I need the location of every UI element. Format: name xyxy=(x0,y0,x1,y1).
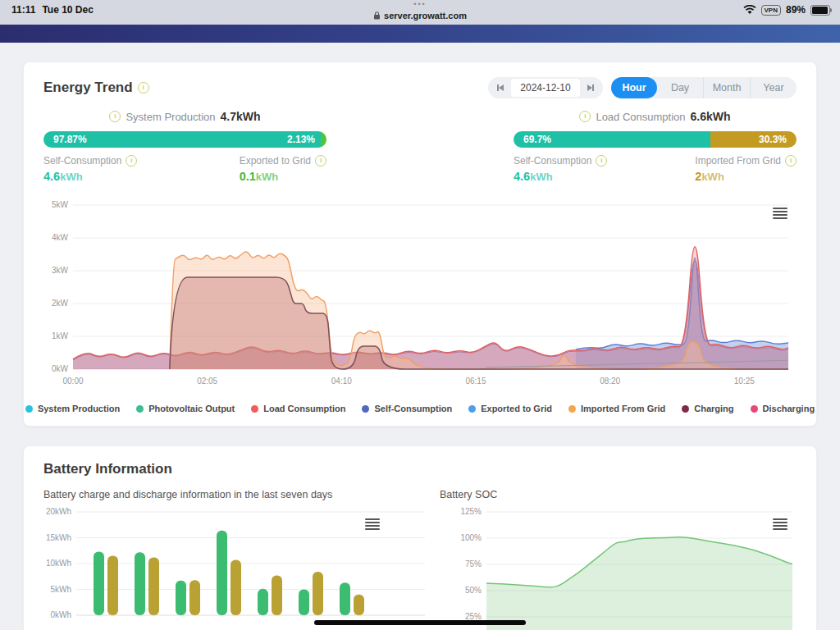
info-icon[interactable]: i xyxy=(126,155,137,167)
svg-text:50%: 50% xyxy=(465,586,482,595)
svg-text:06:15: 06:15 xyxy=(465,377,486,386)
info-icon[interactable]: i xyxy=(138,82,149,94)
tab-day[interactable]: Day xyxy=(657,77,704,98)
battery-charge-discharge-chart: Battery charge and discharge information… xyxy=(43,489,429,630)
consumption-split-bar: 69.7% 30.3% xyxy=(514,131,797,148)
svg-text:2kW: 2kW xyxy=(52,299,69,308)
system-production-value: 4.7 xyxy=(221,110,236,123)
bar-main-pct: 97.87% xyxy=(53,134,87,145)
info-icon[interactable]: i xyxy=(109,111,121,122)
energy-trend-title: Energy Trend i xyxy=(43,80,149,96)
tab-month[interactable]: Month xyxy=(704,77,751,98)
svg-text:15kWh: 15kWh xyxy=(46,533,71,542)
svg-text:20kWh: 20kWh xyxy=(46,507,71,516)
legend-charging[interactable]: Charging xyxy=(682,404,733,413)
load-consumption-label: Load Consumption xyxy=(596,111,685,123)
svg-text:5kWh: 5kWh xyxy=(50,585,71,594)
legend-photovoltaic-output[interactable]: Photovoltaic Output xyxy=(136,404,235,413)
legend-exported-to-grid[interactable]: Exported to Grid xyxy=(468,404,552,413)
system-production-label: System Production xyxy=(126,111,215,123)
battery-bars-subtitle: Battery charge and discharge information… xyxy=(43,489,429,500)
load-consumption-panel: i Load Consumption 6.6kWh 69.7% 30.3% Se… xyxy=(514,110,797,183)
svg-text:125%: 125% xyxy=(460,507,482,516)
production-split-bar: 97.87% 2.13% xyxy=(43,131,326,148)
svg-text:04:10: 04:10 xyxy=(331,377,352,386)
vpn-badge: VPN xyxy=(761,5,781,16)
chart-menu-icon[interactable] xyxy=(773,518,788,530)
date-picker: 2024-12-10 xyxy=(488,77,603,98)
bar-secondary-pct: 2.13% xyxy=(287,134,315,145)
info-icon[interactable]: i xyxy=(315,155,326,167)
legend-self-consumption[interactable]: Self-Consumption xyxy=(362,404,452,413)
info-icon[interactable]: i xyxy=(579,111,591,122)
legend-discharging[interactable]: Discharging xyxy=(751,404,815,413)
battery-icon xyxy=(810,5,830,16)
svg-text:0kW: 0kW xyxy=(52,364,69,373)
date-value[interactable]: 2024-12-10 xyxy=(511,79,580,97)
energy-trend-card: Energy Trend i 2024-12-10 Hour Day Month… xyxy=(23,62,817,427)
date-next-button[interactable] xyxy=(580,77,601,98)
site-navbar xyxy=(0,25,840,43)
legend-dot xyxy=(568,405,576,413)
energy-chart-legend: System Production Photovoltaic Output Lo… xyxy=(24,404,816,413)
svg-text:3kW: 3kW xyxy=(52,266,69,275)
legend-dot xyxy=(362,405,369,413)
chart-menu-icon[interactable] xyxy=(365,518,380,530)
legend-dot xyxy=(682,405,689,413)
exported-to-grid-stat: Exported to Gridi 0.1kWh xyxy=(240,155,326,183)
imported-from-grid-stat: Imported From Gridi 2kWh xyxy=(695,155,797,183)
svg-text:100%: 100% xyxy=(460,533,482,542)
tab-overview-button[interactable]: ••• xyxy=(0,0,840,8)
battery-soc-chart: Battery SOC 125%100%75%50%25% xyxy=(440,489,797,630)
self-consumption-stat: Self-Consumptioni 4.6kWh xyxy=(514,155,607,183)
battery-information-title: Battery Information xyxy=(43,461,172,477)
svg-text:1kW: 1kW xyxy=(52,331,69,340)
wifi-icon xyxy=(743,5,756,15)
svg-text:00:00: 00:00 xyxy=(62,377,83,386)
svg-text:02:05: 02:05 xyxy=(197,377,217,386)
legend-load-consumption[interactable]: Load Consumption xyxy=(251,404,345,413)
svg-text:5kW: 5kW xyxy=(52,200,69,209)
legend-dot xyxy=(251,405,258,413)
tab-year[interactable]: Year xyxy=(751,77,797,98)
chevron-left-icon xyxy=(499,84,504,91)
battery-soc-subtitle: Battery SOC xyxy=(440,489,797,500)
bar-main-pct: 69.7% xyxy=(523,134,551,145)
legend-dot xyxy=(468,405,476,413)
legend-dot xyxy=(136,405,144,413)
legend-dot xyxy=(751,405,758,413)
svg-text:0kWh: 0kWh xyxy=(50,610,71,619)
status-bar: 11:11 Tue 10 Dec ••• server.growatt.com … xyxy=(0,0,840,25)
load-consumption-value: 6.6 xyxy=(691,110,706,123)
date-prev-button[interactable] xyxy=(490,77,511,98)
battery-percent: 89% xyxy=(786,4,806,16)
energy-trend-chart: 0kW1kW2kW3kW4kW5kW00:0002:0504:1006:1508… xyxy=(43,194,798,404)
info-icon[interactable]: i xyxy=(596,155,607,167)
chart-menu-icon[interactable] xyxy=(773,208,788,219)
legend-dot xyxy=(25,405,33,413)
info-icon[interactable]: i xyxy=(785,155,797,167)
svg-text:4kW: 4kW xyxy=(52,233,69,242)
legend-system-production[interactable]: System Production xyxy=(25,404,120,413)
svg-text:10:25: 10:25 xyxy=(734,377,755,386)
svg-text:75%: 75% xyxy=(465,559,482,568)
lock-icon xyxy=(373,11,381,20)
address-bar[interactable]: server.growatt.com xyxy=(373,11,467,21)
self-consumption-stat: Self-Consumptioni 4.6kWh xyxy=(43,155,137,183)
tab-hour[interactable]: Hour xyxy=(611,77,657,98)
system-production-panel: i System Production 4.7kWh 97.87% 2.13% … xyxy=(43,110,326,183)
exported-segment xyxy=(321,131,326,148)
svg-text:10kWh: 10kWh xyxy=(46,559,71,568)
legend-imported-from-grid[interactable]: Imported From Grid xyxy=(568,404,665,413)
battery-information-card: Battery Information Battery charge and d… xyxy=(23,445,817,630)
address-url: server.growatt.com xyxy=(384,11,467,21)
home-indicator[interactable] xyxy=(314,620,526,625)
range-tabs: Hour Day Month Year xyxy=(611,77,797,98)
energy-trend-title-text: Energy Trend xyxy=(43,80,133,96)
bar-secondary-pct: 30.3% xyxy=(759,134,787,145)
svg-text:08:20: 08:20 xyxy=(600,377,620,386)
